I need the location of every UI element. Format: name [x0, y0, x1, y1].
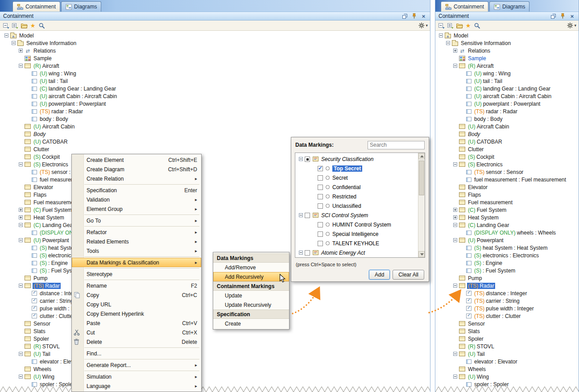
- marking-checkbox[interactable]: [318, 231, 323, 237]
- collapse-selected-icon[interactable]: [11, 22, 19, 29]
- tree-row[interactable]: (DISPLAY ONLY)wheels : Wheels: [439, 229, 579, 236]
- marking-checkbox[interactable]: [318, 194, 323, 199]
- tree-row[interactable]: (R)Aircraft: [4, 62, 430, 70]
- menu-item-go-to[interactable]: Go To▸: [72, 216, 201, 225]
- collapse-toggle-icon[interactable]: [453, 223, 457, 227]
- collapse-toggle-icon[interactable]: [299, 157, 303, 161]
- marking-row[interactable]: Special Intelligence: [299, 229, 418, 239]
- menu-item-data-markings-classification[interactable]: Data Markings & Classification▸: [72, 258, 201, 267]
- tree-row[interactable]: Model: [4, 32, 430, 39]
- tree-row[interactable]: (U)CATOBAR: [439, 138, 579, 145]
- collapse-toggle-icon[interactable]: [19, 64, 23, 68]
- float-panel-icon[interactable]: [550, 13, 557, 19]
- expand-toggle-icon[interactable]: [19, 49, 23, 53]
- collapse-toggle-icon[interactable]: [19, 352, 23, 356]
- menu-item-simulation[interactable]: Simulation▸: [72, 372, 201, 381]
- expand-toggle-icon[interactable]: [453, 208, 457, 212]
- search-icon[interactable]: [38, 22, 45, 29]
- collapse-all-icon[interactable]: [2, 22, 10, 29]
- tree-row[interactable]: Sample: [439, 54, 579, 62]
- marking-row[interactable]: Atomic Energy Act: [299, 248, 418, 257]
- menu-item-validation[interactable]: Validation▸: [72, 195, 201, 204]
- menu-item-element-group[interactable]: Element Group▸: [72, 204, 201, 214]
- collapse-selected-icon[interactable]: [447, 22, 454, 29]
- tree-row[interactable]: Clutter: [439, 145, 579, 153]
- collapse-toggle-icon[interactable]: [453, 64, 457, 68]
- marking-row[interactable]: Top Secret: [299, 164, 418, 173]
- submenu-item-add-remove[interactable]: Add/Remove: [213, 263, 289, 272]
- tree-row[interactable]: (U)powerplant : Powerplant: [439, 100, 579, 107]
- favorites-icon[interactable]: ★: [29, 22, 37, 29]
- submenu-item-create[interactable]: Create: [213, 319, 289, 328]
- scrollbar-thumb[interactable]: [419, 161, 424, 195]
- pin-panel-icon[interactable]: [411, 13, 418, 19]
- expand-toggle-icon[interactable]: [453, 49, 457, 53]
- tree-row[interactable]: (C)Fuel System: [439, 206, 579, 214]
- tree-row[interactable]: (TS)Radar: [439, 282, 579, 289]
- tree-row[interactable]: Body: [439, 130, 579, 138]
- collapse-toggle-icon[interactable]: [453, 284, 457, 288]
- marking-checkbox[interactable]: [305, 250, 310, 256]
- collapse-all-icon[interactable]: [438, 22, 445, 29]
- tree-row[interactable]: (C)landing Gear : Landing Gear: [439, 85, 579, 92]
- submenu-item-update[interactable]: Update: [213, 291, 289, 300]
- marking-checkbox[interactable]: [318, 241, 323, 246]
- close-panel-icon[interactable]: ×: [420, 13, 427, 19]
- tree-row[interactable]: Sensor: [439, 320, 579, 327]
- collapse-toggle-icon[interactable]: [19, 375, 23, 379]
- marking-checkbox[interactable]: [318, 203, 323, 209]
- tab-diagrams[interactable]: Diagrams: [489, 1, 529, 12]
- marking-row[interactable]: SCI Control System: [299, 210, 418, 220]
- collapse-toggle-icon[interactable]: [453, 162, 457, 166]
- settings-gear-icon[interactable]: ▾: [418, 22, 428, 29]
- tree-row[interactable]: (U)Wing: [4, 373, 430, 380]
- tree-row[interactable]: (U)Powerplant: [439, 236, 579, 244]
- collapse-toggle-icon[interactable]: [453, 352, 457, 356]
- collapse-toggle-icon[interactable]: [453, 238, 457, 242]
- tree-row[interactable]: Flaps: [439, 191, 579, 198]
- menu-item-related-elements[interactable]: Related Elements▸: [72, 237, 201, 246]
- tree-row[interactable]: Elevator: [439, 183, 579, 191]
- tree-row[interactable]: (U)Tail: [4, 350, 430, 358]
- tab-containment[interactable]: Containment: [441, 1, 488, 12]
- tree-row[interactable]: (U)wing : Wing: [439, 70, 579, 77]
- tree-row[interactable]: elevator : Elevator: [4, 358, 430, 365]
- tab-containment[interactable]: Containment: [12, 1, 60, 12]
- submenu-item-update-recursively[interactable]: Update Recursively: [213, 300, 289, 309]
- open-project-icon[interactable]: [20, 22, 28, 29]
- tree-row[interactable]: (S)electronics : Electronics: [439, 252, 579, 259]
- marking-row[interactable]: Unclassified: [299, 201, 418, 210]
- tree-row[interactable]: (TS)sensor : Sensor: [439, 168, 579, 176]
- open-project-icon[interactable]: [455, 22, 463, 29]
- tree-row[interactable]: (U)Aircraft Cabin: [4, 123, 430, 130]
- settings-gear-icon[interactable]: ▾: [567, 22, 576, 29]
- tab-diagrams[interactable]: Diagrams: [61, 1, 101, 12]
- menu-item-specification[interactable]: SpecificationEnter: [72, 186, 201, 195]
- tree-row[interactable]: Wheels: [4, 365, 430, 373]
- marking-checkbox[interactable]: [305, 157, 310, 162]
- tree-row[interactable]: Heat System: [439, 214, 579, 221]
- collapse-toggle-icon[interactable]: [453, 375, 457, 379]
- marking-row[interactable]: Confidential: [299, 182, 418, 192]
- tree-row[interactable]: (U)Tail: [439, 350, 579, 358]
- collapse-toggle-icon[interactable]: [299, 213, 303, 217]
- tree-row[interactable]: ⇄Relations: [439, 47, 579, 54]
- close-panel-icon[interactable]: ×: [569, 13, 575, 19]
- menu-item-delete[interactable]: DeleteDelete: [72, 337, 201, 347]
- collapse-toggle-icon[interactable]: [12, 41, 16, 45]
- tree-row[interactable]: Model: [439, 32, 579, 39]
- tree-row[interactable]: (U)tail : Tail: [439, 77, 579, 85]
- tree-row[interactable]: (R)STOVL: [439, 342, 579, 350]
- tree-row[interactable]: Spoler: [4, 335, 430, 342]
- marking-row[interactable]: Security Classification: [299, 154, 418, 164]
- marking-row[interactable]: Secret: [299, 173, 418, 182]
- pin-panel-icon[interactable]: [559, 13, 566, 19]
- collapse-toggle-icon[interactable]: [4, 33, 8, 37]
- marking-row[interactable]: TALENT KEYHOLE: [299, 239, 418, 248]
- menu-item-create-diagram[interactable]: Create DiagramCtrl+Shift+D: [72, 165, 201, 174]
- submenu-item-add-recursively[interactable]: Add Recursively: [213, 272, 289, 281]
- collapse-toggle-icon[interactable]: [439, 33, 443, 37]
- menu-item-cut[interactable]: CutCtrl+X: [72, 328, 201, 337]
- tree-row[interactable]: (C)landing Gear : Landing Gear: [4, 85, 430, 92]
- tree-row[interactable]: (S)Cockpit: [439, 153, 579, 161]
